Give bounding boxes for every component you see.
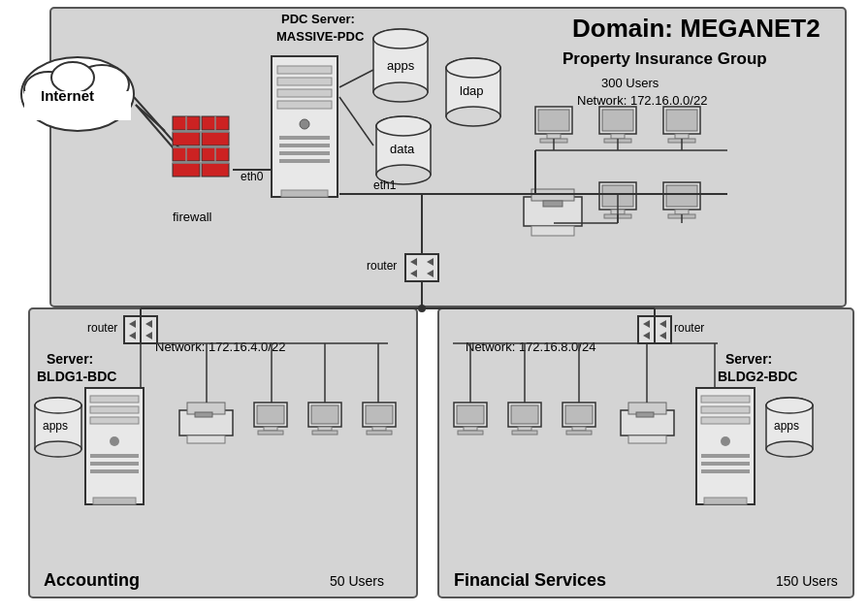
svg-rect-133 (187, 403, 225, 414)
svg-point-40 (300, 119, 309, 129)
svg-rect-86 (543, 201, 563, 207)
svg-rect-37 (277, 78, 332, 85)
svg-point-6 (24, 72, 73, 107)
svg-line-11 (136, 105, 179, 155)
svg-marker-160 (659, 320, 666, 328)
svg-text:apps: apps (387, 58, 415, 73)
svg-point-51 (446, 58, 500, 78)
svg-text:BLDG2-BDC: BLDG2-BDC (718, 369, 797, 384)
svg-text:MASSIVE-PDC: MASSIVE-PDC (276, 29, 365, 44)
svg-rect-154 (438, 308, 853, 597)
svg-rect-183 (458, 431, 483, 435)
svg-text:router: router (674, 321, 704, 335)
svg-text:Internet: Internet (41, 87, 94, 104)
svg-rect-69 (611, 134, 625, 139)
svg-point-59 (376, 116, 431, 136)
svg-line-12 (136, 105, 165, 131)
svg-rect-38 (277, 89, 332, 97)
svg-rect-141 (311, 405, 338, 424)
svg-rect-70 (604, 139, 631, 143)
svg-text:Network: 172.16.4.0/22: Network: 172.16.4.0/22 (155, 339, 285, 354)
svg-rect-134 (187, 436, 225, 443)
svg-rect-79 (663, 182, 700, 210)
svg-rect-64 (538, 110, 569, 131)
svg-text:data: data (390, 142, 415, 156)
svg-rect-138 (264, 427, 277, 431)
svg-rect-189 (565, 405, 593, 424)
svg-marker-102 (410, 270, 417, 277)
svg-text:150 Users: 150 Users (776, 573, 838, 589)
svg-rect-194 (628, 436, 666, 443)
svg-text:Financial Services: Financial Services (454, 570, 606, 590)
svg-marker-162 (659, 332, 666, 339)
svg-point-54 (446, 58, 500, 78)
svg-rect-193 (628, 403, 666, 414)
svg-rect-181 (457, 405, 484, 424)
svg-rect-44 (279, 159, 330, 163)
svg-rect-99 (405, 254, 438, 281)
svg-marker-103 (427, 270, 434, 277)
svg-point-46 (373, 29, 428, 48)
svg-rect-75 (599, 182, 636, 210)
svg-text:eth0: eth0 (241, 170, 264, 183)
svg-rect-188 (563, 403, 595, 427)
svg-rect-71 (663, 107, 700, 134)
svg-text:apps: apps (774, 419, 799, 433)
svg-rect-20 (173, 116, 200, 130)
svg-rect-76 (602, 185, 633, 207)
svg-rect-135 (195, 412, 212, 417)
svg-text:Server:: Server: (47, 351, 93, 367)
svg-marker-100 (410, 258, 417, 266)
svg-text:PDC Server:: PDC Server: (281, 12, 355, 26)
svg-marker-114 (145, 332, 152, 339)
svg-rect-16 (173, 147, 200, 161)
svg-point-177 (766, 441, 813, 457)
svg-point-8 (51, 62, 94, 93)
svg-point-208 (418, 305, 426, 312)
svg-text:50 Users: 50 Users (330, 573, 384, 589)
svg-point-130 (35, 398, 81, 413)
svg-rect-140 (308, 403, 341, 427)
svg-rect-42 (279, 144, 330, 147)
svg-rect-126 (93, 498, 136, 504)
svg-rect-182 (464, 427, 477, 431)
svg-rect-21 (202, 116, 229, 130)
svg-rect-123 (90, 454, 139, 458)
svg-rect-158 (638, 316, 671, 343)
svg-rect-110 (124, 316, 157, 343)
svg-rect-19 (202, 132, 229, 145)
svg-rect-35 (272, 56, 338, 197)
svg-rect-85 (531, 226, 574, 236)
svg-point-178 (766, 398, 813, 413)
svg-rect-137 (257, 405, 284, 424)
svg-rect-82 (668, 214, 695, 218)
svg-line-13 (134, 97, 190, 160)
svg-point-122 (110, 436, 119, 446)
svg-text:router: router (367, 259, 397, 273)
svg-rect-180 (454, 403, 487, 427)
svg-rect-128 (35, 405, 81, 449)
svg-rect-166 (696, 388, 755, 504)
svg-rect-36 (277, 66, 332, 74)
svg-rect-132 (179, 410, 233, 436)
svg-marker-112 (145, 320, 152, 328)
svg-rect-0 (50, 8, 846, 306)
svg-rect-169 (701, 417, 750, 424)
svg-point-49 (373, 29, 428, 48)
svg-line-62 (339, 97, 373, 145)
svg-text:Server:: Server: (725, 351, 772, 367)
svg-marker-101 (427, 258, 434, 266)
svg-rect-41 (279, 136, 330, 140)
svg-marker-161 (643, 332, 650, 339)
svg-rect-66 (540, 139, 567, 143)
svg-rect-192 (621, 410, 674, 436)
svg-rect-145 (366, 405, 393, 424)
svg-text:300 Users: 300 Users (601, 76, 659, 90)
svg-point-56 (376, 116, 431, 136)
svg-rect-173 (701, 469, 750, 473)
svg-rect-119 (90, 396, 139, 403)
svg-rect-106 (29, 308, 417, 597)
svg-rect-18 (173, 132, 200, 145)
svg-rect-73 (675, 134, 689, 139)
svg-rect-190 (572, 427, 586, 431)
